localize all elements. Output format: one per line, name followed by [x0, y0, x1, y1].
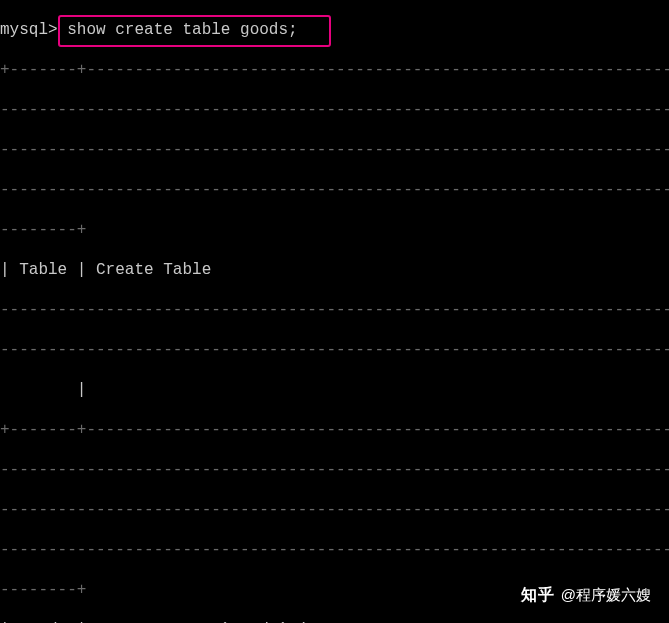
zhihu-logo-text: 知乎 — [521, 585, 555, 605]
sql-command: show create table goods; — [67, 21, 297, 39]
table-blank: | — [0, 380, 669, 400]
zhihu-watermark: 知乎 @程序媛六嫂 — [521, 585, 651, 605]
border-line: ----------------------------------------… — [0, 460, 669, 480]
border-line: ----------------------------------------… — [0, 500, 669, 520]
border-line: ----------------------------------------… — [0, 300, 669, 320]
border-line: +-------+-------------------------------… — [0, 60, 669, 80]
mysql-prompt[interactable]: mysql> — [0, 21, 58, 39]
border-line: ----------------------------------------… — [0, 140, 669, 160]
border-line: ----------------------------------------… — [0, 340, 669, 360]
table-header: | Table | Create Table — [0, 260, 669, 280]
border-line: +-------+-------------------------------… — [0, 420, 669, 440]
zhihu-user: @程序媛六嫂 — [561, 585, 651, 605]
border-line: ----------------------------------------… — [0, 100, 669, 120]
border-line: ----------------------------------------… — [0, 180, 669, 200]
terminal-output: mysql> show create table goods; +-------… — [0, 0, 669, 623]
border-line: ----------------------------------------… — [0, 540, 669, 560]
border-line: --------+ — [0, 220, 669, 240]
